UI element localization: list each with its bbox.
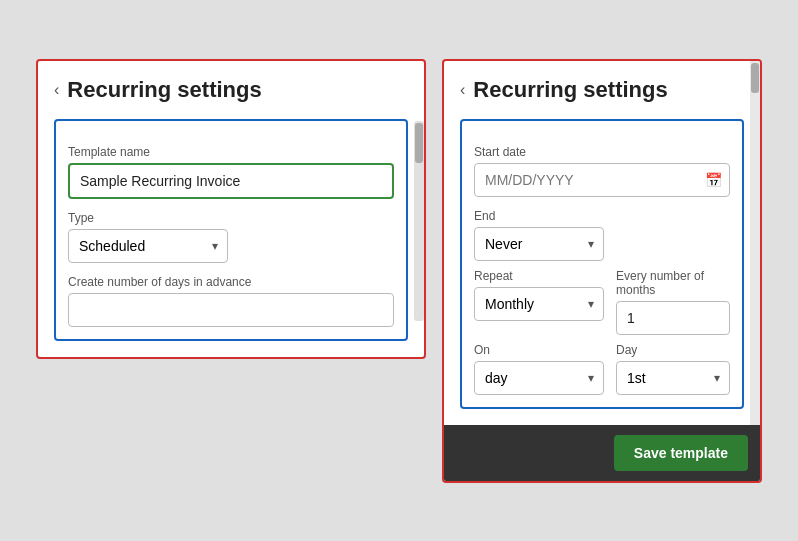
left-panel: ‹ Recurring settings Template name Type … [36, 59, 426, 359]
every-months-label: Every number of months [616, 269, 730, 297]
repeat-select[interactable]: Monthly Weekly Daily Yearly [474, 287, 604, 321]
left-panel-title: Recurring settings [67, 77, 261, 103]
left-scrollbar-thumb [415, 123, 423, 163]
day-select[interactable]: 1st 2nd 3rd 4th Last [616, 361, 730, 395]
every-months-input[interactable] [616, 301, 730, 335]
repeat-label: Repeat [474, 269, 604, 283]
type-field: Type Scheduled Manual Auto ▾ [68, 211, 394, 263]
type-label: Type [68, 211, 394, 225]
calendar-icon: 📅 [705, 172, 722, 188]
type-select-wrapper: Scheduled Manual Auto ▾ [68, 229, 228, 263]
on-select[interactable]: day week [474, 361, 604, 395]
on-select-wrapper: day week ▾ [474, 361, 604, 395]
right-scrollbar-thumb [751, 63, 759, 93]
right-scrollbar[interactable] [750, 61, 760, 425]
template-name-label: Template name [68, 145, 394, 159]
right-form-section: Start date 📅 End Never On date After [460, 119, 744, 409]
template-name-input[interactable] [68, 163, 394, 199]
on-label: On [474, 343, 604, 357]
left-panel-header: ‹ Recurring settings [54, 77, 408, 103]
end-select[interactable]: Never On date After [474, 227, 604, 261]
end-field: End Never On date After ▾ [474, 209, 730, 261]
save-template-button[interactable]: Save template [614, 435, 748, 471]
on-field: On day week ▾ [474, 343, 604, 395]
start-date-label: Start date [474, 145, 730, 159]
day-label: Day [616, 343, 730, 357]
start-date-field: Start date 📅 [474, 145, 730, 197]
right-panel-title: Recurring settings [473, 77, 667, 103]
left-scrollbar[interactable] [414, 121, 424, 321]
right-panel: ‹ Recurring settings Start date 📅 End [442, 59, 762, 483]
left-form-section: Template name Type Scheduled Manual Auto… [54, 119, 408, 341]
start-date-wrapper: 📅 [474, 163, 730, 197]
right-panel-inner: ‹ Recurring settings Start date 📅 End [444, 61, 760, 425]
type-select[interactable]: Scheduled Manual Auto [68, 229, 228, 263]
template-name-field: Template name [68, 145, 394, 199]
repeat-field: Repeat Monthly Weekly Daily Yearly ▾ [474, 269, 604, 335]
day-select-wrapper: 1st 2nd 3rd 4th Last ▾ [616, 361, 730, 395]
right-back-arrow[interactable]: ‹ [460, 81, 465, 99]
days-advance-input[interactable] [68, 293, 394, 327]
bottom-bar: Save template [444, 425, 760, 481]
every-months-field: Every number of months [616, 269, 730, 335]
days-advance-label: Create number of days in advance [68, 275, 394, 289]
end-select-wrapper: Never On date After ▾ [474, 227, 604, 261]
right-panel-header: ‹ Recurring settings [460, 77, 744, 103]
start-date-input[interactable] [474, 163, 730, 197]
days-advance-field: Create number of days in advance [68, 275, 394, 327]
left-back-arrow[interactable]: ‹ [54, 81, 59, 99]
day-field: Day 1st 2nd 3rd 4th Last ▾ [616, 343, 730, 395]
repeat-row: Repeat Monthly Weekly Daily Yearly ▾ [474, 269, 730, 335]
on-day-row: On day week ▾ Day 1s [474, 343, 730, 395]
end-label: End [474, 209, 730, 223]
repeat-select-wrapper: Monthly Weekly Daily Yearly ▾ [474, 287, 604, 321]
